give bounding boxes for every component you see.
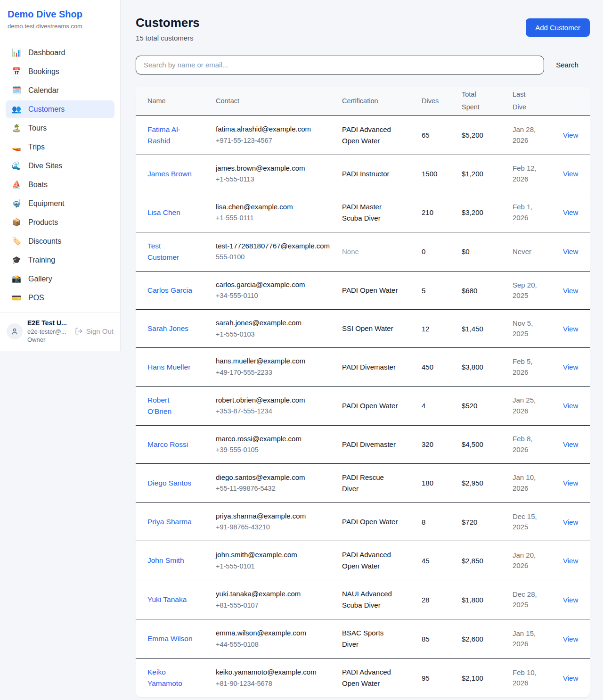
sidebar-item-boats[interactable]: ⛵ Boats [6, 176, 114, 194]
column-header-certification: Certification [342, 97, 422, 105]
view-link[interactable]: View [563, 557, 578, 565]
sidebar-item-gallery[interactable]: 📸 Gallery [6, 270, 114, 288]
discounts-icon: 🏷️ [11, 238, 22, 245]
total-spent-cell: $2,600 [462, 635, 513, 643]
last-dive-cell: Jan 15, 2026 [513, 628, 542, 650]
sidebar-nav: 📊 Dashboard 📅 Bookings 🗓️ Calendar 👥 Cus… [0, 37, 120, 313]
view-link[interactable]: View [563, 674, 578, 682]
sidebar-item-products[interactable]: 📦 Products [6, 214, 114, 231]
add-customer-button[interactable]: Add Customer [526, 18, 590, 37]
customer-email: sarah.jones@example.com [216, 318, 333, 329]
sidebar-item-label: POS [28, 294, 44, 302]
dives-cell: 180 [422, 479, 462, 487]
sidebar-item-discounts[interactable]: 🏷️ Discounts [6, 232, 114, 250]
table-row: Carlos Garcia carlos.garcia@example.com … [136, 271, 590, 309]
total-spent-cell: $680 [462, 287, 513, 295]
customer-name-link[interactable]: Emma Wilson [147, 633, 193, 644]
customer-phone: +55-11-99876-5432 [216, 484, 333, 494]
view-link[interactable]: View [563, 131, 578, 139]
last-dive-cell: Feb 1, 2026 [513, 202, 542, 223]
dives-cell: 85 [422, 635, 462, 643]
customer-email: robert.obrien@example.com [216, 395, 333, 406]
sign-out-button[interactable]: Sign Out [75, 327, 114, 335]
customer-name-link[interactable]: John Smith [147, 555, 193, 566]
view-link[interactable]: View [563, 479, 578, 487]
total-spent-cell: $4,500 [462, 440, 513, 448]
customer-name-link[interactable]: Diego Santos [147, 478, 193, 489]
last-dive-cell: Nov 5, 2025 [513, 318, 542, 339]
contact-cell: yuki.tanaka@example.com +81-555-0107 [216, 589, 342, 610]
view-link[interactable]: View [563, 596, 578, 604]
view-link[interactable]: View [563, 287, 578, 295]
view-link[interactable]: View [563, 518, 578, 526]
view-link[interactable]: View [563, 635, 578, 643]
certification-cell: PADI Open Water [342, 400, 401, 412]
title-block: Customers 15 total customers [136, 16, 200, 42]
customer-email: test-1772681807767@example.com [216, 241, 333, 252]
customer-name-link[interactable]: Keiko Yamamoto [147, 667, 193, 689]
sidebar-item-equipment[interactable]: 🤿 Equipment [6, 195, 114, 213]
sidebar-item-dive-sites[interactable]: 🌊 Dive Sites [6, 157, 114, 175]
total-spent-cell: $5,200 [462, 131, 513, 139]
customer-phone: +1-555-0113 [216, 174, 333, 185]
dives-cell: 4 [422, 402, 462, 410]
customer-name-link[interactable]: James Brown [147, 168, 193, 180]
customer-name-link[interactable]: Fatima Al-Rashid [147, 124, 193, 147]
view-link[interactable]: View [563, 440, 578, 448]
gallery-icon: 📸 [11, 275, 22, 283]
user-section: E2E Test U... e2e-tester@... Owner Sign … [0, 313, 120, 351]
table-row: Emma Wilson emma.wilson@example.com +44-… [136, 619, 590, 658]
sidebar-item-trips[interactable]: 🚤 Trips [6, 138, 114, 156]
contact-cell: hans.mueller@example.com +49-170-555-223… [216, 356, 342, 378]
contact-cell: lisa.chen@example.com +1-555-0111 [216, 202, 342, 223]
certification-cell: None [342, 246, 401, 257]
sidebar-item-tours[interactable]: 🏝️ Tours [6, 119, 114, 137]
certification-cell: PADI Master Scuba Diver [342, 201, 401, 224]
view-link[interactable]: View [563, 208, 578, 216]
customer-name-link[interactable]: Sarah Jones [147, 323, 193, 334]
sidebar-item-dashboard[interactable]: 📊 Dashboard [6, 44, 114, 62]
view-link[interactable]: View [563, 170, 578, 178]
table-row: Marco Rossi marco.rossi@example.com +39-… [136, 425, 590, 463]
total-spent-cell: $1,450 [462, 325, 513, 333]
sidebar-item-label: Boats [28, 181, 48, 189]
sidebar-item-customers[interactable]: 👥 Customers [6, 100, 114, 118]
bookings-icon: 📅 [11, 68, 22, 75]
training-icon: 🎓 [11, 256, 22, 264]
table-body: Fatima Al-Rashid fatima.alrashid@example… [136, 116, 590, 698]
customer-email: fatima.alrashid@example.com [216, 124, 333, 135]
customer-name-link[interactable]: Priya Sharma [147, 516, 193, 527]
column-header-dives: Dives [422, 97, 462, 105]
column-header-last-dive: Last Dive [513, 88, 531, 114]
search-input[interactable] [136, 56, 544, 74]
sidebar-item-bookings[interactable]: 📅 Bookings [6, 63, 114, 81]
customer-name-link[interactable]: Robert O'Brien [147, 395, 193, 417]
shop-domain: demo.test.divestreams.com [8, 23, 113, 30]
tours-icon: 🏝️ [11, 124, 22, 132]
sidebar-item-pos[interactable]: 💳 POS [6, 289, 114, 307]
view-link[interactable]: View [563, 402, 578, 410]
customer-email: hans.mueller@example.com [216, 356, 333, 367]
sidebar-item-label: Products [28, 218, 58, 227]
customer-name-link[interactable]: Marco Rossi [147, 439, 193, 450]
customer-name-link[interactable]: Test Customer [147, 240, 193, 263]
total-spent-cell: $1,800 [462, 596, 513, 604]
view-link[interactable]: View [563, 247, 578, 255]
customer-name-link[interactable]: Yuki Tanaka [147, 594, 193, 605]
view-link[interactable]: View [563, 325, 578, 333]
sidebar-item-training[interactable]: 🎓 Training [6, 251, 114, 269]
customer-name-link[interactable]: Carlos Garcia [147, 285, 193, 296]
customer-name-link[interactable]: Hans Mueller [147, 362, 193, 373]
sidebar-item-calendar[interactable]: 🗓️ Calendar [6, 82, 114, 99]
last-dive-cell: Sep 20, 2025 [513, 280, 542, 301]
dives-cell: 450 [422, 363, 462, 371]
search-button[interactable]: Search [544, 61, 590, 69]
view-link[interactable]: View [563, 363, 578, 371]
user-email: e2e-tester@... [27, 328, 67, 336]
table-row: Lisa Chen lisa.chen@example.com +1-555-0… [136, 193, 590, 232]
customer-phone: 555-0100 [216, 252, 333, 263]
dives-cell: 8 [422, 518, 462, 526]
customer-email: carlos.garcia@example.com [216, 280, 333, 290]
page-title: Customers [136, 16, 200, 30]
customer-name-link[interactable]: Lisa Chen [147, 207, 193, 218]
